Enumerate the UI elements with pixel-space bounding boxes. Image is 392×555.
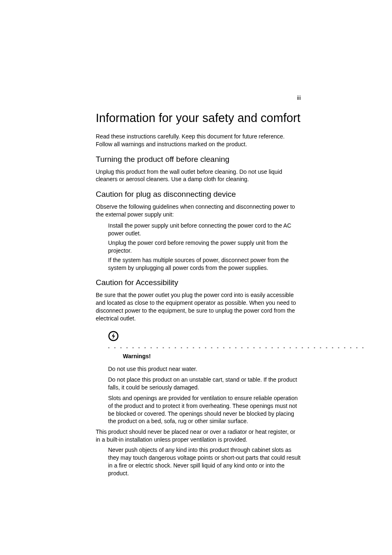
plug-guidelines-list: Install the power supply unit before con… <box>108 222 301 272</box>
warning-block: - - - - - - - - - - - - - - - - - - - - … <box>108 331 301 359</box>
list-item: Install the power supply unit before con… <box>108 222 301 237</box>
section-heading-cleaning: Turning the product off before cleaning <box>96 155 301 164</box>
final-list: Never push objects of any kind into this… <box>108 446 301 477</box>
page-number: iii <box>297 94 301 101</box>
dashed-separator: - - - - - - - - - - - - - - - - - - - - … <box>108 345 365 350</box>
section-heading-accessibility: Caution for Accessibility <box>96 278 301 287</box>
warnings-label: Warnings! <box>123 353 301 359</box>
warnings-list: Do not use this product near water. Do n… <box>108 365 301 425</box>
list-item: Slots and openings are provided for vent… <box>108 394 301 426</box>
document-content: Information for your safety and comfort … <box>96 111 301 480</box>
after-warnings-paragraph: This product should never be placed near… <box>96 428 301 444</box>
section-body-cleaning: Unplug this product from the wall outlet… <box>96 168 301 184</box>
section-heading-plug: Caution for plug as disconnecting device <box>96 190 301 199</box>
list-item: Do not place this product on an unstable… <box>108 376 301 391</box>
section-body-plug: Observe the following guidelines when co… <box>96 203 301 219</box>
page-title: Information for your safety and comfort <box>96 111 301 125</box>
list-item: Do not use this product near water. <box>108 365 301 373</box>
intro-paragraph: Read these instructions carefully. Keep … <box>96 133 301 148</box>
list-item: If the system has multiple sources of po… <box>108 256 301 272</box>
lightning-bolt-icon <box>108 331 119 343</box>
section-body-accessibility: Be sure that the power outlet you plug t… <box>96 291 301 322</box>
list-item: Unplug the power cord before removing th… <box>108 239 301 255</box>
list-item: Never push objects of any kind into this… <box>108 446 301 477</box>
